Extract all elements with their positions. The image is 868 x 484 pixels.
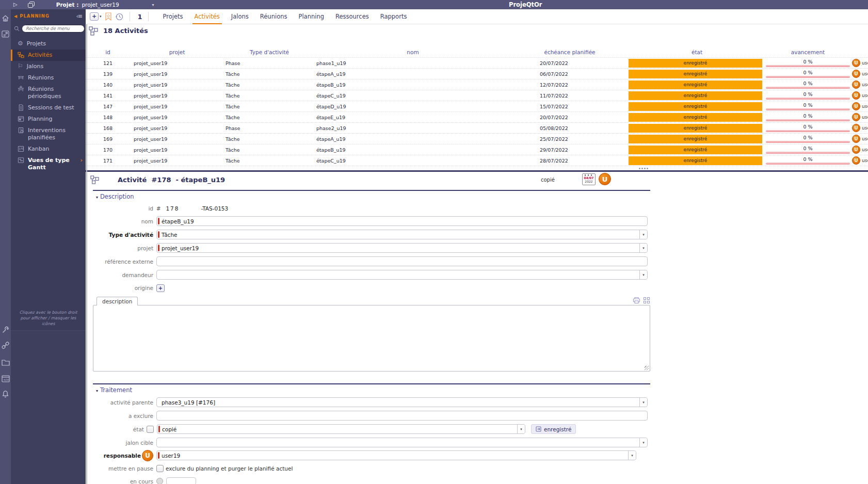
window-copy-icon[interactable] (28, 2, 35, 8)
col-header-etat[interactable]: état (629, 49, 765, 55)
sidebar-item-kanban[interactable]: Kanban (11, 143, 86, 155)
wrench-icon[interactable] (2, 326, 9, 336)
calendar-icon[interactable]: 04/07 2022 (582, 173, 596, 185)
section-title-description[interactable]: ▾Description (96, 193, 868, 200)
tab[interactable]: Activités (189, 9, 226, 24)
sidebar-item-projets[interactable]: ⚙ Projets (11, 38, 86, 50)
jalon-cible-select[interactable]: ▾ (156, 438, 648, 447)
sidebar-item-reunions-periodiques[interactable]: Réunions périodiques (11, 84, 86, 102)
description-block: description (93, 295, 650, 372)
triangle-left-icon[interactable]: ◀ (14, 14, 17, 19)
sidebar-item-reunions[interactable]: Réunions (11, 72, 86, 84)
add-caret-icon[interactable]: ▾ (100, 14, 102, 19)
toolbar-separator (130, 12, 130, 21)
chevron-down-icon[interactable]: ▾ (152, 3, 154, 7)
table-row[interactable]: 147 projet_user19 Tâche étapeD_u19 15/07… (86, 101, 868, 112)
add-button[interactable]: + (90, 12, 99, 21)
projet-select[interactable]: projet_user19▾ (156, 243, 648, 253)
link-icon[interactable] (2, 342, 9, 351)
cell-echeance: 15/07/2022 (511, 104, 629, 109)
table-row[interactable]: 170 projet_user19 Tâche étapeB_u19 29/07… (86, 144, 868, 155)
cell-projet: projet_user19 (130, 158, 224, 164)
col-header-projet[interactable]: projet (130, 49, 224, 55)
field-type-activite: Type d'activité Tâche▾ (87, 230, 868, 239)
history-icon[interactable] (115, 12, 124, 21)
table-row[interactable]: 121 projet_user19 Phase phase1_u19 20/07… (86, 58, 868, 69)
bookmark-icon[interactable] (105, 12, 112, 21)
play-icon[interactable]: ▷ (13, 0, 18, 9)
etat-checkbox[interactable] (147, 426, 154, 433)
cell-type: Tâche (224, 93, 315, 99)
col-header-type[interactable]: Type d'activité (224, 49, 315, 55)
drag-handle-icon[interactable] (639, 168, 640, 169)
chevron-down-icon[interactable]: ▾ (639, 230, 647, 239)
col-header-echeance[interactable]: échéance planifiée (511, 49, 629, 55)
avatar: U (852, 102, 860, 110)
chevron-down-icon[interactable]: ▾ (628, 451, 636, 460)
sidebar-item-activites[interactable]: Activités (11, 50, 86, 61)
chevron-down-icon[interactable]: ▾ (517, 425, 525, 433)
demandeur-select[interactable]: ▾ (156, 270, 648, 280)
chevron-down-icon[interactable]: ▾ (639, 398, 647, 407)
project-selector-value[interactable]: projet_user19 (82, 2, 119, 8)
type-activite-select[interactable]: Tâche▾ (156, 230, 648, 239)
activite-parente-select[interactable]: phase3_u19 [#176]▾ (156, 397, 648, 407)
etat-select[interactable]: copié▾ (157, 424, 525, 434)
bell-icon[interactable] (2, 390, 9, 400)
user-avatar[interactable]: U (599, 173, 611, 185)
sidebar-item-sessions-de-test[interactable]: Sessions de test (11, 102, 86, 114)
tab[interactable]: Planning (293, 9, 330, 24)
grid-icon[interactable] (643, 297, 650, 304)
nom-input[interactable]: étapeB_u19 (156, 216, 648, 226)
tab[interactable]: Projets (157, 9, 189, 24)
tab[interactable]: Rapports (375, 9, 413, 24)
collapse-menu-icon[interactable]: ‹≡ (76, 13, 82, 20)
col-header-id[interactable]: id (86, 49, 130, 55)
cell-projet: projet_user19 (130, 71, 224, 77)
table-row[interactable]: 139 projet_user19 Tâche étapeA_u19 06/07… (86, 69, 868, 79)
col-header-nom[interactable]: nom (315, 49, 511, 55)
pause-checkbox[interactable] (156, 465, 164, 472)
tab[interactable]: Jalons (226, 9, 254, 24)
table-row[interactable]: 140 projet_user19 Tâche étapeB_u19 12/07… (86, 79, 868, 90)
sidebar-item-jalons[interactable]: ⚐ Jalons (11, 61, 86, 72)
description-textarea[interactable] (93, 305, 650, 372)
cell-id: 169 (86, 136, 130, 142)
cell-responsable: U user19 (850, 146, 868, 154)
chevron-down-icon[interactable]: ▾ (639, 438, 647, 447)
sidebar-item-interventions-planifiees[interactable]: Interventions planifiées (11, 125, 86, 143)
tab[interactable]: Ressources (330, 9, 375, 24)
chevron-down-icon[interactable]: ▾ (639, 244, 647, 252)
responsable-select[interactable]: user19▾ (156, 450, 636, 460)
split-scrollbar[interactable] (86, 166, 868, 170)
a-exclure-input[interactable] (156, 411, 648, 421)
save-state-icon (536, 426, 541, 432)
section-title-traitement[interactable]: ▾Traitement (96, 386, 868, 394)
table-row[interactable]: 169 projet_user19 Tâche étapeA_u19 25/07… (86, 134, 868, 144)
search-input[interactable] (22, 25, 85, 33)
add-origine-button[interactable]: + (156, 284, 165, 292)
reference-externe-input[interactable] (156, 256, 648, 266)
table-row[interactable]: 148 projet_user19 Tâche étapeE_u19 20/07… (86, 112, 868, 123)
code-window-icon[interactable]: </> (2, 375, 10, 384)
tab[interactable]: Réunions (254, 9, 293, 24)
table-row[interactable]: 141 projet_user19 Tâche étapeC_u19 11/07… (86, 90, 868, 101)
print-icon[interactable] (633, 297, 640, 304)
table-row[interactable]: 171 projet_user19 Tâche étapeC_u19 28/07… (86, 155, 868, 166)
panel-icon[interactable] (2, 30, 9, 40)
en-cours-indicator[interactable] (156, 478, 163, 484)
description-tab[interactable]: description (97, 297, 138, 305)
home-icon[interactable] (2, 14, 9, 24)
table-row[interactable]: 168 projet_user19 Phase phase2_u19 05/08… (86, 123, 868, 134)
sidebar-item-planning[interactable]: Planning (11, 114, 86, 125)
planning-icon (18, 116, 24, 122)
en-cours-input[interactable] (166, 477, 196, 484)
status-badge: enregistré (629, 59, 762, 68)
cell-avancement: 0 % (765, 135, 850, 143)
chevron-down-icon[interactable]: ▾ (639, 270, 647, 279)
sidebar-search (11, 23, 86, 34)
col-header-avancement[interactable]: avancement (765, 49, 850, 55)
sidebar-item-vues-gantt[interactable]: Vues de type Gantt › (11, 155, 86, 173)
cell-type: Tâche (224, 158, 315, 164)
folder-icon[interactable] (2, 358, 10, 368)
